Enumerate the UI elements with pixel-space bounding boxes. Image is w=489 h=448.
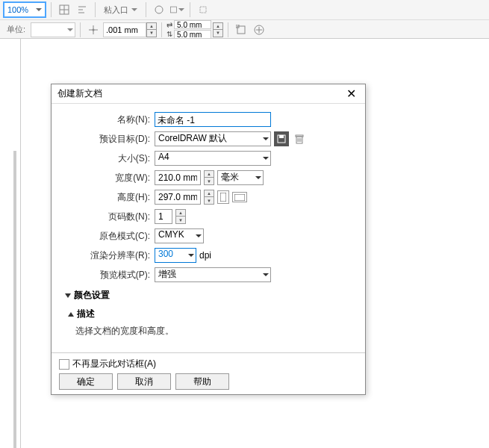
preview-combo[interactable]: 增强 xyxy=(155,267,271,282)
ok-button[interactable]: 确定 xyxy=(59,373,113,390)
width-spinner[interactable]: ▲▼ xyxy=(204,170,214,185)
description-section[interactable]: 描述 xyxy=(65,308,355,320)
preset-combo[interactable]: CorelDRAW 默认 xyxy=(155,131,271,146)
duplicate-arrows: ⇄⇅ xyxy=(166,21,172,38)
cancel-button[interactable]: 取消 xyxy=(117,373,171,390)
dialog-title: 创建新文档 xyxy=(57,87,102,100)
delete-preset-button[interactable] xyxy=(292,131,307,146)
align-icon[interactable] xyxy=(74,1,90,18)
name-input[interactable]: 未命名 -1 xyxy=(155,112,271,127)
svg-rect-20 xyxy=(220,193,226,202)
pages-spinner[interactable]: ▲▼ xyxy=(175,209,186,224)
height-label: 高度(H): xyxy=(62,191,155,204)
description-text: 选择文档的宽度和高度。 xyxy=(62,323,355,346)
zoom-combo[interactable]: 100% xyxy=(3,1,46,18)
main-toolbar: 100% 粘入口 单位: ▲▼ ⇄⇅ ▲▼ xyxy=(0,0,489,39)
svg-rect-8 xyxy=(200,7,206,13)
size-combo[interactable]: A4 xyxy=(155,151,271,166)
color-settings-section[interactable]: 颜色设置 xyxy=(65,289,355,302)
nudge-spinner[interactable]: ▲▼ xyxy=(146,22,157,37)
pages-input[interactable] xyxy=(155,209,172,224)
add-icon[interactable] xyxy=(251,22,267,38)
chevron-up-icon xyxy=(68,312,74,317)
name-label: 名称(N): xyxy=(62,113,155,126)
help-button[interactable]: 帮助 xyxy=(175,373,229,390)
nudge-field[interactable]: ▲▼ xyxy=(103,22,157,37)
svg-rect-7 xyxy=(171,7,177,13)
frame-icon[interactable] xyxy=(233,22,249,38)
height-spinner[interactable]: ▲▼ xyxy=(204,190,214,205)
svg-rect-14 xyxy=(279,135,284,138)
save-preset-button[interactable] xyxy=(274,131,289,146)
svg-point-9 xyxy=(93,28,95,31)
size-label: 大小(S): xyxy=(62,152,155,165)
resolution-combo[interactable]: 300 xyxy=(155,248,196,263)
close-button[interactable]: ✕ xyxy=(343,87,359,101)
unit-combo[interactable] xyxy=(31,22,75,37)
orientation-portrait[interactable] xyxy=(217,190,229,204)
dup-x-field[interactable] xyxy=(174,20,211,29)
dpi-label: dpi xyxy=(199,250,211,261)
chevron-down-icon xyxy=(65,293,71,298)
dup-spinner[interactable]: ▲▼ xyxy=(213,22,223,37)
orientation-landscape[interactable] xyxy=(232,192,247,202)
unit-label: 单位: xyxy=(3,22,29,38)
nudge-icon xyxy=(85,22,102,38)
height-input[interactable] xyxy=(155,190,201,205)
new-document-dialog: 创建新文档 ✕ 名称(N): 未命名 -1 预设目标(D): CorelDRAW… xyxy=(51,84,366,395)
preview-label: 预览模式(P): xyxy=(62,269,155,281)
svg-point-6 xyxy=(155,6,163,13)
preset-label: 预设目标(D): xyxy=(62,133,155,146)
colormode-label: 原色模式(C): xyxy=(62,230,155,243)
tool-icon-b[interactable] xyxy=(169,1,185,18)
dialog-titlebar: 创建新文档 ✕ xyxy=(52,84,365,104)
paste-options[interactable]: 粘入口 xyxy=(100,1,141,18)
svg-rect-19 xyxy=(296,135,303,137)
tool-icon-c[interactable] xyxy=(195,1,211,18)
pages-label: 页码数(N): xyxy=(62,211,155,223)
zoom-value: 100% xyxy=(7,5,28,14)
unit-combo[interactable]: 毫米 xyxy=(217,170,264,185)
tool-icon-a[interactable] xyxy=(151,1,167,18)
dont-show-checkbox[interactable]: 不再显示此对话框(A) xyxy=(59,358,156,370)
width-input[interactable] xyxy=(155,170,201,185)
svg-rect-21 xyxy=(234,194,245,201)
width-label: 宽度(W): xyxy=(62,172,155,184)
grid-icon[interactable] xyxy=(56,1,72,18)
colormode-combo[interactable]: CMYK xyxy=(155,228,204,243)
vertical-ruler xyxy=(0,39,21,448)
resolution-label: 渲染分辨率(R): xyxy=(62,249,155,262)
dup-y-field[interactable] xyxy=(174,30,211,39)
